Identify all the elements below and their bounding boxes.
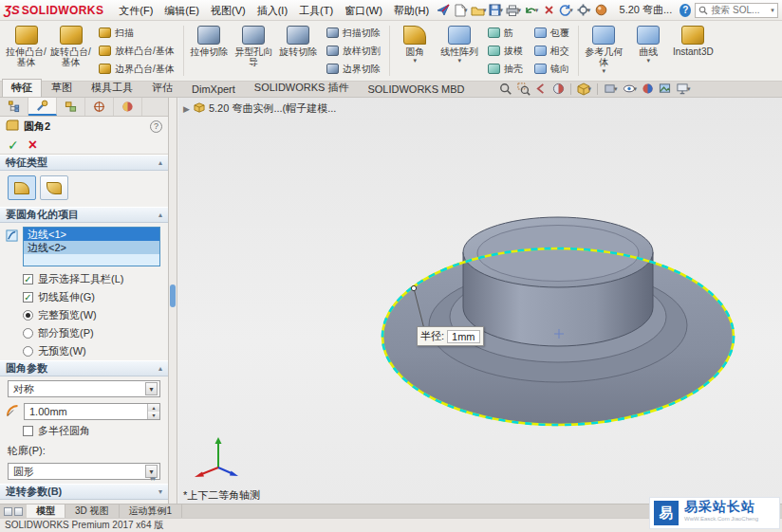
undo-icon[interactable]: ▾ [523,2,538,19]
symmetric-dropdown[interactable]: 对称 ▾ [8,380,160,397]
section-view-icon[interactable] [550,82,567,97]
apply-scene-icon[interactable] [657,82,673,97]
spin-down-icon[interactable]: ▾ [148,412,159,419]
extrude-cut-button[interactable]: 拉伸切除 [187,23,232,79]
loft-boss-button[interactable]: 放样凸台/基体 [97,44,177,59]
hat-3d-model[interactable] [178,98,782,504]
tangent-propagation-checkbox[interactable]: ✓ 切线延伸(G) [0,288,168,306]
menu-help[interactable]: 帮助(H) [388,0,435,21]
edge-selection-point[interactable] [411,285,416,290]
display-manager-tab[interactable] [114,98,142,116]
section-fillet-parameters[interactable]: 圆角参数 ▴ [0,360,168,376]
menu-window[interactable]: 窗口(W) [339,0,388,21]
full-preview-radio[interactable]: 完整预览(W) [0,306,168,324]
list-item-edge2[interactable]: 边线<2> [24,241,159,254]
boundary-cut-button[interactable]: 边界切除 [325,62,382,77]
pane-scroll-left-icon[interactable] [4,507,12,516]
variable-size-fillet-button[interactable] [40,175,68,200]
rib-button[interactable]: 筋 [486,26,525,41]
show-selection-toolbar-checkbox[interactable]: ✓ 显示选择工具栏(L) [0,270,168,288]
extrude-boss-button[interactable]: 拉伸凸台/基体 [4,23,48,79]
panel-scrollbar-thumb[interactable] [170,284,176,307]
delete-icon[interactable] [541,2,556,19]
edit-appearance-icon[interactable] [640,82,656,97]
view-settings-icon[interactable]: ▾ [674,82,693,97]
section-items-to-fillet[interactable]: 要圆角化的项目 ▴ [0,207,168,223]
hide-show-icon[interactable]: ▾ [621,82,640,97]
panel-scroll-down-icon[interactable]: ▾▾ [150,475,155,483]
no-preview-radio[interactable]: 无预览(W) [0,342,168,360]
tab-dimxpert[interactable]: DimXpert [182,82,245,97]
cancel-button[interactable]: × [28,138,37,152]
instant3d-button[interactable]: Instant3D [671,23,716,79]
wrap-button[interactable]: 包覆 [532,26,571,41]
zoom-area-icon[interactable] [515,82,532,97]
property-manager-tab[interactable] [28,98,57,116]
radius-callout-value[interactable]: 1mm [447,330,479,343]
help-icon[interactable]: ? [680,4,691,17]
menu-view[interactable]: 视图(V) [205,0,251,21]
boundary-boss-button[interactable]: 边界凸台/基体 [97,62,177,77]
chevron-down-icon[interactable]: ▾ [771,7,774,14]
revolve-boss-button[interactable]: 旋转凸台/基体 [48,23,93,79]
section-setback-parameters[interactable]: 逆转参数(B) ▾ [0,484,168,500]
save-icon[interactable]: ▾ [489,2,504,19]
intersect-button[interactable]: 相交 [532,44,571,59]
mirror-button[interactable]: 镜向 [532,62,571,77]
print-icon[interactable]: ▾ [506,2,521,19]
tab-solidworks-mbd[interactable]: SOLIDWORKS MBD [358,82,474,97]
tab-model[interactable]: 模型 [27,504,65,518]
loft-cut-button[interactable]: 放样切割 [325,44,382,59]
curves-button[interactable]: 曲线 ▾ [626,23,671,79]
pane-scroll-right-icon[interactable] [14,507,23,516]
multi-radius-checkbox[interactable]: 多半径圆角 [0,422,168,440]
tab-evaluate[interactable]: 评估 [142,79,182,97]
appearance-ball-icon[interactable] [593,2,608,19]
radius-input[interactable]: 1.00mm ▴▾ [24,403,160,420]
panel-scrollbar[interactable] [169,98,177,504]
menu-tools[interactable]: 工具(T) [293,0,339,21]
dimxpert-manager-tab[interactable] [85,98,114,116]
menu-edit[interactable]: 编辑(E) [158,0,205,21]
profile-dropdown[interactable]: 圆形 ▾ [8,463,160,480]
menu-insert[interactable]: 插入(I) [251,0,293,21]
tab-3d-views[interactable]: 3D 视图 [65,504,120,518]
tab-sketch[interactable]: 草图 [42,79,82,97]
menu-file[interactable]: 文件(F) [113,0,158,21]
spinner-arrows[interactable]: ▴▾ [147,404,159,419]
reference-geometry-button[interactable]: 参考几何体 ▾ [582,23,626,79]
constant-size-fillet-button[interactable] [8,175,36,200]
rebuild-icon[interactable]: ▾ [558,2,573,19]
feature-manager-tree-tab[interactable] [0,98,28,116]
search-box[interactable]: ▾ [695,3,778,18]
partial-preview-radio[interactable]: 部分预览(P) [0,324,168,342]
previous-view-icon[interactable] [533,82,549,97]
zoom-fit-icon[interactable] [497,82,514,97]
new-document-icon[interactable]: ▾ [454,2,469,19]
revolve-cut-button[interactable]: 旋转切除 [276,23,321,79]
fillet-button[interactable]: 圆角 ▾ [393,23,438,79]
spin-up-icon[interactable]: ▴ [148,404,159,412]
configuration-manager-tab[interactable] [57,98,85,116]
tab-motion-study[interactable]: 运动算例1 [120,504,183,518]
shell-button[interactable]: 抽壳 [486,62,525,77]
pm-help-icon[interactable]: ? [150,120,162,133]
graphics-viewport[interactable]: ▶ 5.20 弯曲实例...(帽子建模... [178,98,782,504]
sweep-cut-button[interactable]: 扫描切除 [325,26,382,41]
tab-features[interactable]: 特征 [2,79,42,97]
section-feature-type[interactable]: 特征类型 ▴ [0,155,168,171]
open-icon[interactable]: ▾ [471,2,487,19]
tab-mold-tools[interactable]: 模具工具 [82,79,142,97]
view-orientation-icon[interactable]: ▾ [575,82,594,97]
radius-callout[interactable]: 半径: 1mm [417,326,484,346]
draft-button[interactable]: 拔模 [486,44,525,59]
hole-wizard-button[interactable]: 异型孔向导 [232,23,276,79]
search-input[interactable] [711,5,770,15]
list-item-edge1[interactable]: 边线<1> [24,228,159,241]
pin-icon[interactable] [436,2,451,19]
tab-solidworks-addins[interactable]: SOLIDWORKS 插件 [245,79,359,97]
options-gear-icon[interactable]: ▾ [576,2,591,19]
linear-pattern-button[interactable]: 线性阵列 ▾ [438,23,482,79]
display-style-icon[interactable]: ▾ [602,82,620,97]
sweep-button[interactable]: 扫描 [97,26,177,41]
